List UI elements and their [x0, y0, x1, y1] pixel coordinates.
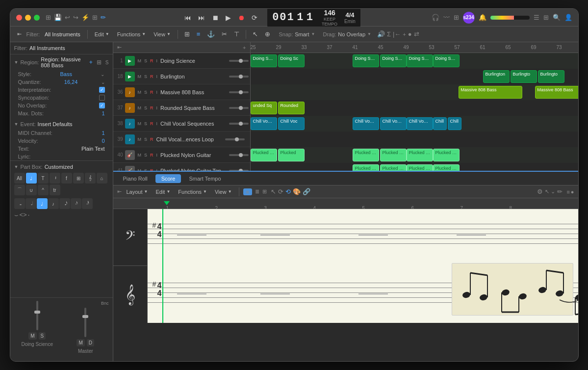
vol-slider-6[interactable]: [225, 138, 245, 140]
tab-score[interactable]: Score: [155, 174, 181, 183]
clip-2-3[interactable]: Burlingto: [538, 70, 564, 83]
rec-5[interactable]: R: [149, 121, 154, 127]
editor-edit-dropdown[interactable]: Edit ▼: [153, 188, 173, 196]
mute-1[interactable]: M: [137, 58, 143, 64]
tool-slur[interactable]: ∪: [26, 185, 37, 195]
region-copy[interactable]: ⊞: [97, 59, 102, 66]
anchor-btn[interactable]: ⚓: [205, 29, 217, 39]
view-dropdown[interactable]: View ▼: [151, 30, 174, 38]
clip-7-3[interactable]: Plucked Nyl: [353, 149, 379, 161]
mute-6[interactable]: M: [137, 136, 143, 142]
track2-fader-handle[interactable]: [82, 315, 88, 318]
tool-beam[interactable]: ⌂: [97, 173, 107, 184]
region-header[interactable]: ▼ Region: Region: Massive 808 Bass + ⊞ S: [10, 54, 113, 70]
rec-3[interactable]: R: [149, 89, 154, 95]
solo-4[interactable]: S: [143, 105, 148, 111]
input-4[interactable]: I: [155, 105, 159, 111]
editor-collapse-btn[interactable]: ⇤: [117, 188, 122, 195]
rec-1[interactable]: R: [149, 58, 154, 64]
solo-2[interactable]: S: [143, 74, 148, 79]
style-arrow[interactable]: ⌄: [101, 72, 104, 77]
rec-4[interactable]: R: [149, 105, 154, 111]
solo-1[interactable]: S: [143, 58, 148, 64]
track1-fader[interactable]: [36, 301, 38, 330]
clip-5-3[interactable]: Chill Vocal S: [353, 117, 379, 130]
tool-trill[interactable]: tr: [50, 185, 60, 195]
vol-slider-4[interactable]: [229, 107, 249, 109]
score-color-btn[interactable]: 🎨: [293, 188, 301, 195]
hairpin-icon[interactable]: <>: [20, 211, 27, 219]
editor-view-dropdown[interactable]: View ▼: [212, 188, 235, 196]
mute-7[interactable]: M: [137, 152, 143, 158]
vol-handle-6[interactable]: [235, 137, 239, 141]
score-link-btn[interactable]: ⟳: [278, 188, 283, 195]
maxdots-val[interactable]: 1: [102, 110, 104, 116]
nooverlap-checkbox[interactable]: ✓: [99, 103, 105, 108]
eighth-note[interactable]: ♪: [48, 198, 59, 209]
score-cursor-btn[interactable]: ↖: [271, 188, 276, 195]
functions-dropdown[interactable]: Functions ▼: [114, 30, 149, 38]
score-area[interactable]: # 4 4: [148, 209, 578, 323]
clip-1-3[interactable]: Doing Scien: [353, 54, 379, 67]
clip-8-1[interactable]: Plucked Nyl: [353, 164, 379, 171]
score-grid-btn[interactable]: ⊞: [262, 188, 267, 195]
arrange-area[interactable]: Doing Scien Doing Sc Doing Scien Doing S…: [251, 53, 578, 171]
tool-text[interactable]: T: [38, 173, 49, 184]
half-note[interactable]: 𝅗𝅥: [26, 198, 36, 209]
pen-icon[interactable]: ✏: [101, 14, 106, 21]
vol-handle-1[interactable]: [239, 59, 243, 63]
solo-6[interactable]: S: [143, 136, 148, 142]
collapse-track-btn[interactable]: ⇤: [117, 44, 122, 51]
tab-smart-tempo[interactable]: Smart Tempo: [183, 174, 227, 183]
tool-accent[interactable]: ^: [38, 185, 49, 195]
layout-dropdown[interactable]: Layout ▼: [124, 188, 151, 196]
clip-1-1[interactable]: Doing Scien: [251, 54, 277, 67]
score-cursor-mode[interactable]: ↖ ⌄: [545, 188, 555, 195]
clip-7-5[interactable]: Plucked Nyl: [407, 149, 433, 161]
scissors-btn[interactable]: ✂: [219, 29, 230, 39]
cursor-btn[interactable]: ↖: [250, 29, 260, 39]
clip-2-2[interactable]: Burlingto: [511, 70, 537, 83]
input-2[interactable]: I: [155, 74, 159, 79]
editor-functions-dropdown[interactable]: Functions ▼: [175, 188, 210, 196]
track2-fader[interactable]: [84, 308, 86, 337]
vol-handle-2[interactable]: [239, 75, 243, 79]
clip-7-1[interactable]: Plucked Nyl: [251, 149, 277, 161]
velocity-val[interactable]: 0: [102, 138, 104, 144]
vol-slider-5[interactable]: [229, 123, 249, 125]
tool-all[interactable]: All: [14, 173, 25, 184]
interp-checkbox[interactable]: ✓: [99, 87, 105, 93]
clip-8-2[interactable]: Plucked Nyl: [380, 164, 407, 171]
input-3[interactable]: I: [155, 89, 159, 95]
clip-5-4[interactable]: Chill Vocal S: [380, 117, 407, 130]
score-pen-btn[interactable]: ✏: [557, 188, 562, 195]
vol-handle-8[interactable]: [239, 169, 243, 171]
score-settings-btn[interactable]: ⚙: [537, 188, 543, 195]
slur-icon[interactable]: ⌣: [14, 211, 19, 219]
tool-symbols[interactable]: ⊞: [73, 173, 84, 184]
clip-3-1[interactable]: Massive 808 Bass: [459, 86, 522, 99]
vol-slider-8[interactable]: [229, 170, 249, 171]
whole-note[interactable]: 𝅝: [14, 198, 25, 209]
tool-forte[interactable]: f: [61, 173, 72, 184]
clip-1-6[interactable]: Doing Scien: [433, 54, 460, 67]
event-header[interactable]: ▼ Event: Insert Defaults: [10, 119, 113, 129]
vol-slider-3[interactable]: [229, 91, 249, 93]
style-val[interactable]: Bass: [60, 71, 72, 77]
clip-1-5[interactable]: Doing Scien: [407, 54, 433, 67]
quantize-arrow[interactable]: ⌄: [101, 79, 105, 85]
vol-handle-3[interactable]: [239, 90, 243, 94]
region-add[interactable]: +: [89, 59, 93, 66]
clip-7-4[interactable]: Plucked Nyl: [380, 149, 407, 161]
mute-4[interactable]: M: [137, 105, 143, 111]
vol-slider-2[interactable]: [229, 76, 249, 78]
close-button[interactable]: [16, 15, 22, 21]
vol-slider-7[interactable]: [229, 154, 249, 156]
tool-rest[interactable]: 𝄽: [50, 173, 60, 184]
cursor-mode-btn[interactable]: ⊕: [262, 29, 273, 39]
tab-piano-roll[interactable]: Piano Roll: [117, 174, 153, 183]
clip-7-2[interactable]: Plucked: [278, 149, 305, 161]
split-btn[interactable]: ⊤: [231, 29, 242, 39]
solo-5[interactable]: S: [143, 121, 148, 127]
clip-2-1[interactable]: Burlington: [483, 70, 510, 83]
